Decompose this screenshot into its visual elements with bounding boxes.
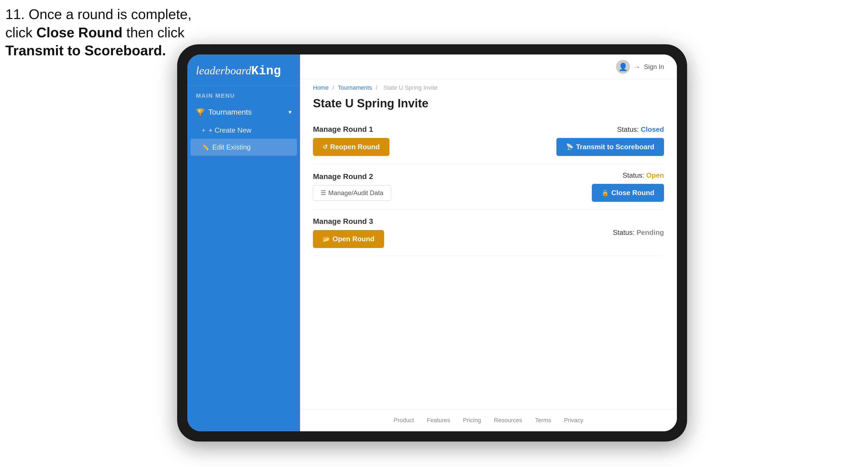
instruction-line1: 11. Once a round is complete,: [5, 6, 192, 22]
breadcrumb-tournaments[interactable]: Tournaments: [338, 84, 372, 91]
round-2-right: Status: Open 🔒 Close Round: [592, 171, 664, 202]
logo-area: leaderboardKing: [187, 55, 300, 86]
open-icon: 📂: [322, 236, 330, 243]
page-title: State U Spring Invite: [300, 94, 677, 118]
plus-icon: +: [202, 127, 205, 134]
edit-icon: ✏️: [202, 144, 209, 151]
app-layout: leaderboardKing MAIN MENU 🏆 Tournaments …: [187, 55, 677, 431]
round-3-status-value: Pending: [637, 228, 664, 237]
lock-icon: 🔒: [601, 189, 609, 196]
app-logo: leaderboardKing: [196, 64, 291, 78]
sign-in-label: Sign In: [644, 63, 664, 70]
tablet-device: leaderboardKing MAIN MENU 🏆 Tournaments …: [177, 44, 687, 441]
sign-in-area[interactable]: 👤 → Sign In: [616, 60, 664, 74]
sidebar-tournaments-label: Tournaments: [208, 108, 252, 117]
breadcrumb-sep2: /: [376, 84, 377, 91]
footer-privacy[interactable]: Privacy: [564, 417, 583, 424]
close-round-button[interactable]: 🔒 Close Round: [592, 184, 664, 202]
round-2-status: Status: Open: [622, 171, 664, 180]
round-3-right: Status: Pending: [613, 228, 664, 237]
round-3-status: Status: Pending: [613, 228, 664, 237]
sidebar: leaderboardKing MAIN MENU 🏆 Tournaments …: [187, 55, 300, 431]
sidebar-item-tournaments[interactable]: 🏆 Tournaments ▾: [187, 102, 300, 122]
footer-terms[interactable]: Terms: [535, 417, 551, 424]
content-area: Manage Round 1 ↺ Reopen Round Status: Cl…: [300, 118, 677, 409]
tablet-screen: leaderboardKing MAIN MENU 🏆 Tournaments …: [187, 55, 677, 431]
transmit-scoreboard-button[interactable]: 📡 Transmit to Scoreboard: [556, 138, 664, 156]
round-1-status: Status: Closed: [617, 125, 664, 134]
main-menu-label: MAIN MENU: [187, 86, 300, 102]
footer-pricing[interactable]: Pricing: [463, 417, 481, 424]
instruction-line3: then click: [122, 25, 184, 40]
arrow-icon: →: [634, 63, 640, 70]
round-3-left: Manage Round 3 📂 Open Round: [313, 217, 384, 248]
round-2-status-value: Open: [646, 171, 664, 179]
footer-product[interactable]: Product: [394, 417, 414, 424]
chevron-down-icon: ▾: [288, 109, 291, 116]
round-1-left: Manage Round 1 ↺ Reopen Round: [313, 125, 390, 156]
sidebar-item-create-new[interactable]: + + Create New: [187, 122, 300, 139]
open-round-button[interactable]: 📂 Open Round: [313, 230, 384, 248]
transmit-icon: 📡: [566, 143, 573, 150]
sidebar-item-edit-existing[interactable]: ✏️ Edit Existing: [191, 139, 297, 156]
instruction-bold2: Transmit to Scoreboard.: [5, 43, 166, 58]
breadcrumb-sep1: /: [333, 84, 334, 91]
breadcrumb-current: State U Spring Invite: [383, 84, 437, 91]
edit-existing-label: Edit Existing: [212, 143, 251, 151]
top-nav: 👤 → Sign In: [300, 55, 677, 80]
round-1-section: Manage Round 1 ↺ Reopen Round Status: Cl…: [313, 118, 664, 164]
audit-icon: ☰: [321, 189, 326, 196]
round-2-left: Manage Round 2 ☰ Manage/Audit Data: [313, 172, 391, 201]
trophy-icon: 🏆: [196, 108, 205, 117]
round-2-title: Manage Round 2: [313, 172, 391, 181]
footer-resources[interactable]: Resources: [494, 417, 522, 424]
instruction-bold1: Close Round: [36, 25, 123, 40]
round-1-title: Manage Round 1: [313, 125, 390, 134]
main-content: 👤 → Sign In Home / Tournaments / State U…: [300, 55, 677, 431]
footer: Product Features Pricing Resources Terms…: [300, 409, 677, 431]
round-3-section: Manage Round 3 📂 Open Round Status: Pend…: [313, 210, 664, 256]
reopen-round-button[interactable]: ↺ Reopen Round: [313, 138, 390, 156]
manage-audit-button[interactable]: ☰ Manage/Audit Data: [313, 185, 391, 201]
create-new-label: + Create New: [209, 126, 251, 134]
avatar: 👤: [616, 60, 630, 74]
reopen-icon: ↺: [322, 144, 328, 151]
breadcrumb-home[interactable]: Home: [313, 84, 329, 91]
round-2-section: Manage Round 2 ☰ Manage/Audit Data Statu…: [313, 164, 664, 210]
breadcrumb: Home / Tournaments / State U Spring Invi…: [300, 80, 677, 94]
footer-features[interactable]: Features: [427, 417, 450, 424]
round-3-title: Manage Round 3: [313, 217, 384, 226]
round-1-status-value: Closed: [641, 125, 664, 133]
instruction-line2: click: [5, 25, 36, 40]
round-1-right: Status: Closed 📡 Transmit to Scoreboard: [556, 125, 664, 156]
